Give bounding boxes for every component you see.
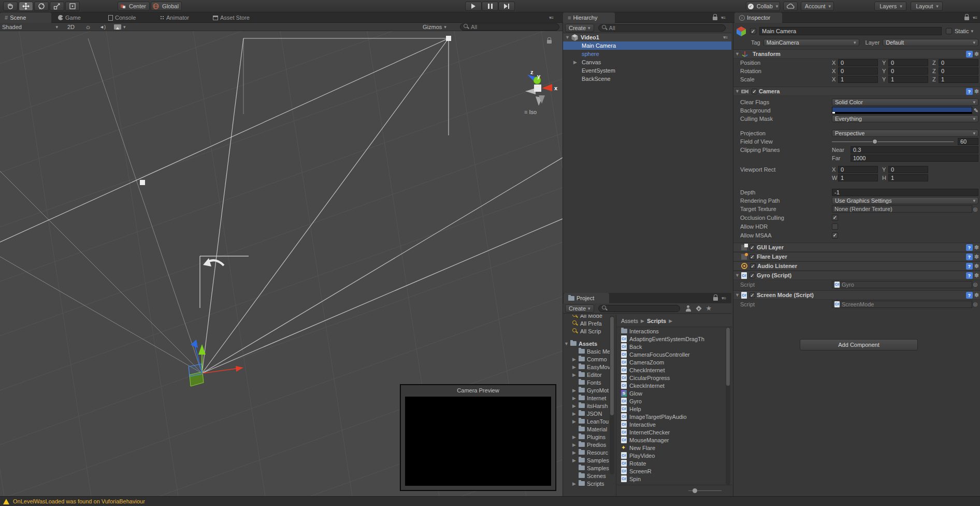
project-panel-menu-icon[interactable]: ▾≡ [722, 296, 726, 301]
pause-button[interactable] [482, 2, 498, 11]
asset-screenr[interactable]: C#ScreenR [617, 467, 726, 475]
gizmos-dropdown[interactable]: Gizmos▾ [421, 23, 449, 31]
play-button[interactable] [465, 2, 482, 11]
camera-component-header[interactable]: ▼ ✓ Camera ?✽ [733, 87, 980, 96]
hierarchy-scene-row[interactable]: ▼Video1▾≡ [563, 33, 731, 41]
folder-resourc[interactable]: ▶Resourc [563, 448, 615, 456]
folder-material[interactable]: Material [563, 425, 615, 433]
help-icon[interactable]: ? [966, 272, 973, 279]
scene-search-input[interactable]: All [460, 23, 559, 31]
gizmo-cube[interactable] [534, 85, 541, 92]
2d-toggle[interactable]: 2D [65, 23, 77, 31]
asset-playvideo[interactable]: C#PlayVideo [617, 452, 726, 459]
tab-hierarchy[interactable]: ≡Hierarchy [563, 12, 615, 23]
tab-console[interactable]: Console [104, 12, 140, 23]
flare-layer-enabled-checkbox[interactable]: ✓ [750, 254, 755, 260]
allow-msaa-checkbox[interactable]: ✓ [832, 232, 838, 238]
script-object-field[interactable]: C#Gyro [832, 281, 972, 288]
background-color-field[interactable] [832, 107, 972, 114]
gear-icon[interactable]: ✽ [974, 254, 979, 260]
gear-icon[interactable]: ✽ [974, 51, 979, 58]
project-create-button[interactable]: Create▾ [565, 304, 594, 313]
foldout-arrow[interactable]: ▶ [572, 411, 579, 416]
depth-field[interactable]: -1 [832, 189, 978, 196]
hierarchy-panel-menu-icon[interactable]: ▾≡ [721, 15, 725, 20]
folder-commo[interactable]: ▶Commo [563, 355, 615, 363]
icon-size-slider-knob[interactable] [693, 488, 697, 493]
gear-icon[interactable]: ✽ [974, 88, 979, 95]
help-icon[interactable]: ? [966, 254, 973, 260]
field-of-view-slider[interactable] [832, 138, 954, 145]
foldout-arrow[interactable]: ▼ [735, 273, 741, 278]
tab-inspector[interactable]: i Inspector [734, 12, 782, 23]
foldout-arrow[interactable]: ▶ [572, 434, 579, 440]
folder-internet[interactable]: ▶Internet [563, 394, 615, 402]
help-icon[interactable]: ? [966, 51, 973, 58]
tag-dropdown[interactable]: MainCamera▾ [763, 39, 859, 46]
asset-rotate[interactable]: C#Rotate [617, 459, 726, 467]
camera-enabled-checkbox[interactable]: ✓ [752, 89, 757, 94]
field-h-field[interactable]: 1 [888, 174, 928, 181]
inspector-lock-icon[interactable] [964, 15, 969, 21]
folder-fonts[interactable]: Fonts [563, 378, 615, 386]
asset-camerafocuscontroller[interactable]: C#CameraFocusController [617, 350, 726, 358]
foldout-arrow[interactable]: ▶ [572, 403, 579, 409]
asset-ckeckinternet[interactable]: C#CkeckInternet [617, 382, 726, 389]
step-button[interactable] [498, 2, 515, 11]
z-field[interactable]: 1 [939, 76, 978, 83]
favorites-star-icon[interactable]: ★ [706, 304, 712, 312]
asset-mousemanager[interactable]: C#MouseManager [617, 436, 726, 444]
static-dropdown-arrow[interactable]: ▾ [971, 29, 974, 34]
folder-json[interactable]: ▶JSON [563, 410, 615, 417]
asset-internetchecker[interactable]: C#InternetChecker [617, 428, 726, 436]
foldout-arrow[interactable]: ▶ [572, 364, 579, 370]
search-by-label-icon[interactable] [696, 305, 701, 311]
foldout-arrow[interactable]: ▶ [572, 442, 579, 447]
scene-viewport[interactable]: z y x ≡Iso Camera Preview [0, 31, 563, 496]
foldout-arrow[interactable]: ▶ [572, 458, 579, 463]
folder-leantou[interactable]: ▶LeanTou [563, 417, 615, 425]
folder-easymov[interactable]: ▶EasyMov [563, 363, 615, 371]
gameobject-name-field[interactable]: Main Camera [759, 27, 942, 35]
tab-animator[interactable]: Animator [155, 12, 194, 23]
hierarchy-item-eventsystem[interactable]: EventSystem [563, 66, 731, 75]
audio-listener-header[interactable]: ✓Audio Listener?✽ [733, 261, 980, 271]
folder-scenes[interactable]: Scenes [563, 472, 615, 480]
pivot-center-button[interactable]: Center [118, 2, 150, 11]
favorite-0[interactable]: All Mode [563, 315, 615, 319]
gear-icon[interactable]: ✽ [974, 292, 979, 299]
y-field[interactable]: 1 [888, 76, 928, 83]
projection-mode-label[interactable]: ≡Iso [524, 109, 537, 115]
favorite-2[interactable]: All Scrip [563, 327, 615, 335]
screen-mode-script-enabled-checkbox[interactable]: ✓ [750, 292, 755, 298]
x-field[interactable]: 0 [838, 67, 878, 75]
scene-gizmo-lock-icon[interactable] [547, 38, 552, 45]
script-object-field[interactable]: C#ScreenMode [832, 301, 972, 308]
transform-component-header[interactable]: ▼ Transform ?✽ [733, 49, 980, 59]
assets-root-folder[interactable]: ▼Assets [563, 340, 615, 347]
clear-flags-dropdown[interactable]: Solid Color▾ [832, 99, 978, 106]
object-picker-icon[interactable]: ◎ [972, 301, 978, 307]
help-icon[interactable]: ? [966, 244, 973, 251]
tab-project[interactable]: Project [564, 293, 609, 303]
target-texture-object-field[interactable]: None (Render Texture) [832, 205, 972, 213]
asset-back[interactable]: C#Back [617, 343, 726, 350]
project-search-input[interactable] [598, 305, 680, 312]
far-field[interactable]: 1000 [851, 154, 978, 162]
near-field[interactable]: 0.3 [851, 146, 978, 153]
tab-scene[interactable]: #Scene [0, 12, 51, 23]
object-picker-icon[interactable]: ◎ [972, 282, 978, 287]
project-lock-icon[interactable] [713, 296, 718, 302]
folder-samples[interactable]: Samples [563, 464, 615, 472]
add-component-button[interactable]: Add Component [800, 339, 918, 350]
gear-icon[interactable]: ✽ [974, 244, 979, 251]
field-w-field[interactable]: 1 [838, 174, 878, 181]
help-icon[interactable]: ? [966, 88, 973, 95]
foldout-arrow[interactable]: ▼ [735, 89, 741, 94]
folder-plugins[interactable]: ▶Plugins [563, 433, 615, 441]
eyedropper-icon[interactable]: ✎ [974, 107, 978, 114]
gui-layer-enabled-checkbox[interactable]: ✓ [750, 245, 755, 250]
breadcrumb-root[interactable]: Assets [621, 318, 638, 324]
favorite-1[interactable]: All Prefa [563, 319, 615, 327]
scene-orientation-gizmo[interactable]: z y x [518, 65, 563, 112]
